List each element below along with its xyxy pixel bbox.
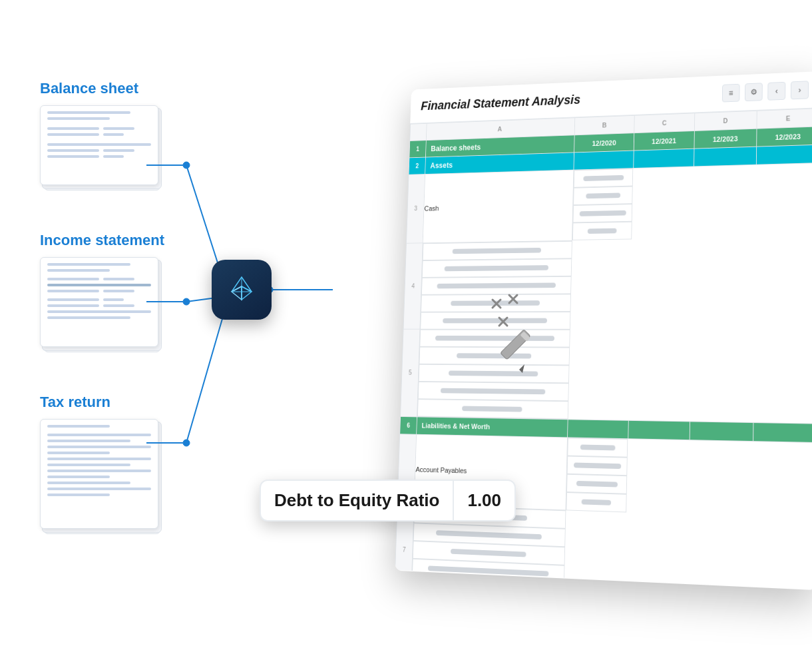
- cell-e1: 12/2023: [756, 127, 812, 147]
- tax-return-doc: [40, 419, 163, 535]
- doc-line: [47, 304, 99, 307]
- settings-button[interactable]: ⚙: [745, 83, 763, 101]
- row-cash: 3 Cash: [407, 163, 812, 242]
- filter-button[interactable]: ≡: [722, 84, 740, 103]
- row-4: 4: [403, 236, 812, 330]
- cell-b3: [574, 168, 633, 188]
- doc-line: [47, 452, 110, 454]
- col-e-header: E: [757, 109, 812, 129]
- cell-c4: [421, 276, 571, 294]
- cell-b5: [419, 346, 570, 365]
- doc-line: [47, 143, 151, 146]
- doc-line-row: [47, 133, 151, 136]
- dte-badge: Debt to Equity Ratio 1.00: [260, 480, 516, 521]
- svg-marker-13: [242, 286, 252, 300]
- cell-e-ap: [566, 492, 627, 512]
- doc-line: [47, 446, 151, 448]
- doc-line: [103, 133, 124, 136]
- doc-front: [40, 105, 158, 185]
- col-c-header: C: [634, 113, 695, 133]
- cell-c-ap: [567, 456, 628, 476]
- col-d-header: D: [695, 111, 757, 131]
- doc-line: [47, 482, 130, 484]
- doc-front: [40, 257, 158, 347]
- tax-return-group: Tax return: [40, 394, 226, 535]
- cell-d2: [694, 147, 757, 166]
- cell-c6: [628, 420, 690, 440]
- doc-line: [47, 494, 110, 496]
- doc-line: [47, 127, 99, 130]
- row-num-1: 1: [409, 141, 427, 158]
- doc-line-row: [47, 127, 151, 130]
- doc-line-row: [47, 155, 151, 158]
- doc-line-row: [47, 304, 151, 307]
- ai-icon: [212, 260, 272, 320]
- cell-e2: [756, 145, 812, 165]
- cell-b1: 12/2020: [574, 133, 634, 153]
- cell-d4: [421, 294, 571, 312]
- cell-d5: [418, 381, 569, 400]
- doc-line: [103, 290, 134, 292]
- doc-line: [103, 304, 134, 307]
- cell-d-ap: [566, 474, 627, 494]
- income-statement-group: Income statement: [40, 232, 226, 354]
- dte-label: Debt to Equity Ratio: [261, 481, 453, 520]
- col-b-header: B: [575, 115, 635, 135]
- cell-e6: [753, 422, 812, 442]
- doc-line: [47, 476, 110, 478]
- doc-line: [47, 458, 151, 460]
- cell-e7: [411, 577, 564, 589]
- doc-line: [47, 434, 151, 436]
- balance-sheet-label: Balance sheet: [40, 80, 226, 97]
- doc-line: [47, 440, 130, 442]
- doc-line: [47, 464, 130, 466]
- cell-b2: [574, 151, 634, 170]
- doc-line: [47, 117, 110, 120]
- balance-sheet-doc: [40, 105, 163, 192]
- income-statement-label: Income statement: [40, 232, 226, 249]
- cell-d1: 12/2023: [694, 129, 756, 149]
- doc-line: [47, 133, 99, 136]
- doc-line: [47, 290, 99, 292]
- cell-e4: [421, 312, 571, 330]
- doc-line: [47, 263, 130, 266]
- income-statement-doc: [40, 257, 163, 354]
- row-num-6: 6: [400, 416, 417, 434]
- doc-line-row: [47, 149, 151, 152]
- cell-c1: 12/2021: [634, 131, 694, 151]
- cell-d3: [573, 204, 633, 222]
- next-button[interactable]: ›: [791, 81, 809, 99]
- doc-line-row: [47, 278, 151, 280]
- dte-value: 1.00: [453, 481, 514, 520]
- doc-line-row: [47, 298, 151, 301]
- cell-c2: [634, 149, 695, 168]
- row-num-header: [410, 123, 427, 141]
- row-5: 5: [401, 329, 812, 424]
- doc-line: [47, 111, 130, 114]
- cell-b4: [422, 258, 572, 278]
- cell-e3: [572, 222, 632, 240]
- balance-sheet-group: Balance sheet: [40, 80, 226, 192]
- cell-a5: [420, 329, 570, 347]
- cell-a3: Cash: [423, 170, 574, 242]
- doc-line: [47, 470, 151, 472]
- header-controls: ≡ ⚙ ‹ ›: [722, 81, 809, 102]
- doc-line: [47, 425, 110, 428]
- prev-button[interactable]: ‹: [767, 82, 785, 101]
- doc-line: [47, 316, 130, 319]
- cell-d6: [690, 421, 753, 441]
- doc-line: [103, 278, 134, 280]
- doc-line: [47, 149, 99, 152]
- doc-line: [47, 155, 99, 158]
- cell-b-ap: [568, 438, 628, 457]
- svg-marker-14: [232, 286, 242, 300]
- row-num-2: 2: [409, 157, 426, 174]
- cell-b6: [568, 419, 628, 438]
- tax-return-label: Tax return: [40, 394, 226, 411]
- doc-line: [47, 310, 151, 313]
- doc-line: [47, 488, 151, 490]
- doc-line: [103, 127, 134, 130]
- row-num-5: 5: [401, 329, 420, 416]
- cell-c3: [574, 186, 633, 206]
- cell-a4: [423, 240, 572, 260]
